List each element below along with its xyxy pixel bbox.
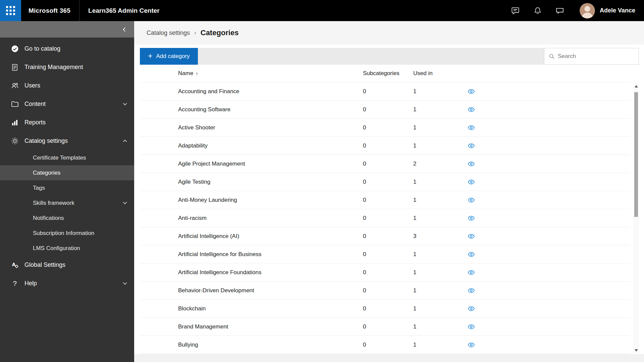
eye-icon [468, 305, 475, 312]
table-row[interactable]: Bullying 0 1 [140, 336, 630, 354]
account-button[interactable]: Adele Vance [580, 3, 635, 18]
column-header-name[interactable]: Name ↑ [178, 70, 363, 77]
preview-button[interactable] [467, 214, 476, 223]
subcategories-count: 0 [363, 323, 413, 330]
sidebar-subitem-lms-configuration[interactable]: LMS Configuration [0, 241, 134, 256]
table-row[interactable]: Artificial Intelligence for Business 0 1 [140, 245, 630, 263]
brand-title[interactable]: Microsoft 365 [29, 7, 70, 14]
sidebar-item-reports[interactable]: Reports [0, 113, 134, 132]
preview-button[interactable] [467, 105, 476, 114]
sidebar-subitem-label: Categories [33, 170, 60, 176]
sidebar-subitem-label: Tags [33, 185, 45, 191]
feedback-button[interactable] [552, 3, 568, 18]
breadcrumb: Catalog settings › Categories [134, 21, 644, 45]
table-row[interactable]: Anti-racism 0 1 [140, 209, 630, 227]
subcategories-count: 0 [363, 233, 413, 240]
category-name: Blockchain [178, 305, 363, 312]
add-category-button[interactable]: + Add category [140, 48, 198, 65]
table-row[interactable]: Anti-Money Laundering 0 1 [140, 191, 630, 209]
question-mark-icon: ? [10, 279, 19, 288]
notifications-button[interactable] [530, 3, 545, 18]
sidebar-item-go-to-catalog[interactable]: Go to catalog [0, 40, 134, 58]
category-name: Bullying [178, 342, 363, 348]
table-row[interactable]: Blockchain 0 1 [140, 300, 630, 318]
table-row[interactable]: Artificial Intelligence Foundations 0 1 [140, 263, 630, 282]
used-in-count: 1 [413, 142, 467, 149]
category-name: Brand Management [178, 323, 363, 330]
subcategories-count: 0 [363, 287, 413, 294]
table-row[interactable]: Agile Project Management 0 2 [140, 155, 630, 173]
sidebar-subitem-subscription-information[interactable]: Subscription Information [0, 226, 134, 241]
preview-button[interactable] [467, 160, 476, 168]
category-name: Behavior-Driven Development [178, 287, 363, 294]
sidebar-item-catalog-settings[interactable]: Catalog settings [0, 132, 134, 150]
sidebar-subitem-notifications[interactable]: Notifications [0, 210, 134, 226]
category-name: Artificial Intelligence for Business [178, 251, 363, 258]
eye-icon [468, 160, 475, 168]
eye-icon [468, 233, 475, 240]
subcategories-count: 0 [363, 251, 413, 258]
table-row[interactable]: Accounting and Finance 0 1 [140, 82, 630, 101]
app-launcher-button[interactable] [0, 0, 21, 21]
chat-button[interactable] [508, 3, 523, 18]
bell-icon [533, 6, 542, 15]
subcategories-count: 0 [363, 215, 413, 222]
eye-icon [468, 215, 475, 222]
table-row[interactable]: Brand Management 0 1 [140, 318, 630, 336]
sidebar-subitem-categories[interactable]: Categories [0, 165, 134, 180]
chat-icon [511, 6, 520, 15]
preview-button[interactable] [467, 141, 476, 150]
preview-button[interactable] [467, 123, 476, 132]
preview-button[interactable] [467, 304, 476, 313]
sidebar-item-content[interactable]: Content [0, 95, 134, 113]
scrollbar-thumb[interactable] [634, 92, 638, 217]
sidebar-subitem-skills-framework[interactable]: Skills framework [0, 195, 134, 210]
category-name: Anti-racism [178, 215, 363, 222]
preview-button[interactable] [467, 341, 476, 349]
sidebar-item-training-management[interactable]: Training Management [0, 58, 134, 76]
preview-button[interactable] [467, 232, 476, 241]
table-row[interactable]: Accounting Software 0 1 [140, 101, 630, 119]
sidebar-subitem-tags[interactable]: Tags [0, 180, 134, 195]
learn365-admin-page: Microsoft 365 Learn365 Admin Center [0, 0, 644, 362]
search-box[interactable] [544, 48, 639, 65]
horizontal-scrollbar[interactable] [134, 354, 644, 362]
subcategories-count: 0 [363, 342, 413, 348]
preview-button[interactable] [467, 87, 476, 96]
sidebar-collapse-bar[interactable] [0, 21, 134, 38]
sidebar-item-users[interactable]: Users [0, 76, 134, 95]
category-name: Active Shooter [178, 124, 363, 131]
scroll-up-arrow[interactable] [633, 83, 639, 89]
scroll-down-arrow[interactable] [633, 348, 639, 353]
preview-button[interactable] [467, 250, 476, 259]
search-input[interactable] [558, 53, 635, 60]
vertical-scrollbar[interactable] [633, 83, 639, 353]
preview-button[interactable] [467, 196, 476, 204]
breadcrumb-parent[interactable]: Catalog settings [147, 29, 190, 37]
sidebar-subitem-certificate-templates[interactable]: Certificate Templates [0, 150, 134, 165]
waffle-icon [6, 6, 15, 15]
preview-button[interactable] [467, 322, 476, 331]
preview-button[interactable] [467, 286, 476, 295]
sidebar: Go to catalog Training Management Users [0, 21, 134, 362]
table-row[interactable]: Adaptability 0 1 [140, 137, 630, 155]
category-name: Artificial Intelligence (AI) [178, 233, 363, 240]
sidebar-item-label: Reports [24, 119, 46, 126]
chevron-left-icon [121, 26, 127, 33]
sidebar-item-global-settings[interactable]: A Global Settings [0, 256, 134, 274]
table-row[interactable]: Artificial Intelligence (AI) 0 3 [140, 227, 630, 245]
table-row[interactable]: Active Shooter 0 1 [140, 119, 630, 137]
sidebar-item-help[interactable]: ? Help [0, 274, 134, 293]
table-row[interactable]: Behavior-Driven Development 0 1 [140, 282, 630, 300]
sidebar-item-label: Training Management [24, 64, 83, 71]
preview-button[interactable] [467, 178, 476, 186]
table-row[interactable]: Agile Testing 0 1 [140, 173, 630, 191]
sidebar-item-label: Content [24, 101, 46, 108]
chevron-down-icon [122, 281, 128, 286]
used-in-count: 1 [413, 197, 467, 203]
breadcrumb-separator-icon: › [194, 29, 196, 36]
column-header-used-in[interactable]: Used in [413, 70, 467, 77]
preview-button[interactable] [467, 268, 476, 277]
avatar-image [580, 3, 595, 18]
column-header-subcategories[interactable]: Subcategories [363, 70, 413, 77]
